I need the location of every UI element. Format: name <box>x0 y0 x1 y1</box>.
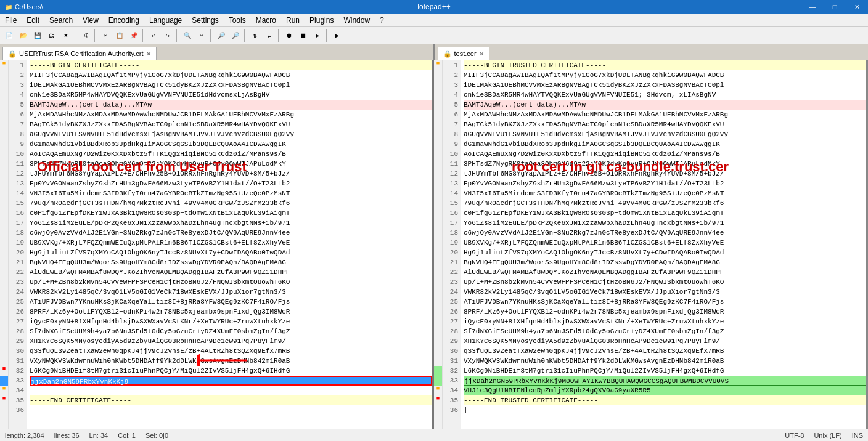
close-button-tb[interactable]: ✖ <box>59 29 73 42</box>
menu-encoding[interactable]: Encoding <box>104 14 144 26</box>
left-line-28: Sf7dNXGiFSeUHM9h4ya7b6NnJSFd5t0dCy5oGzuC… <box>30 326 432 336</box>
sync-scroll-button[interactable]: ⇅ <box>248 29 262 42</box>
right-line-23: Up/L+M+ZBn8b2kMVn54CVVeWFPFSPCeH1CjtHzoB… <box>464 277 866 287</box>
copy-button[interactable]: 📋 <box>113 29 126 42</box>
menu-settings[interactable]: Settings <box>187 14 223 26</box>
right-line-32: L6KCg9NiBHDEif8tM7gtri31cIiuPhnPQCjY/MiQ… <box>464 366 866 376</box>
right-line-8: aGUgVVNFVU1FSVNVUIE51dHdvcmsxLjAsBgNVBAM… <box>464 129 866 139</box>
paste-button[interactable]: 📌 <box>127 29 141 42</box>
left-line-5: BAMTJAqeW...(cert data)...MTAw <box>30 100 432 110</box>
left-line-26: 8PRF/iKz6y+OotlFYQXB12+odnKPi4w2r78NBc5x… <box>30 307 432 317</box>
right-line-5: BAMTJAqeW...(cert data)...MTAw <box>464 100 866 110</box>
tab-bar-area: 🔒 USERTrust RSA Certification Authority.… <box>0 44 868 60</box>
menu-language[interactable]: Language <box>144 14 187 26</box>
left-line-27: iQycE0xyNN+81XHfqnHd4blsjDwSXWXavVcStKNr… <box>30 317 432 326</box>
minimize-button[interactable]: — <box>801 0 824 14</box>
left-line-33: jjxDah2nGN59PRbxYvnKkKj9 <box>30 376 432 386</box>
wrap-button[interactable]: ↵ <box>263 29 276 42</box>
menu-tools[interactable]: Tools <box>224 14 251 26</box>
right-line-1: -----BEGIN TRUSTED CERTIFICATE----- <box>464 60 866 70</box>
toolbar-1: 📄 📂 💾 🗂 ✖ 🖨 ✂ 📋 📌 ↩ ↪ 🔍 ↔ 🔎 🔎 ⇅ ↵ ⏺ ⏹ ▶ … <box>0 27 868 44</box>
menu-macro[interactable]: Macro <box>251 14 281 26</box>
left-line-7: BAgTCk51dyBKZXJzZXkxFDASBgNVBAcTC0plcnN1… <box>30 119 432 129</box>
right-line-35: -----END TRUSTED CERTIFICATE----- <box>464 395 866 405</box>
save-all-button[interactable]: 🗂 <box>45 29 59 42</box>
left-line-8: aGUgVVNFVU1FSVNVUIE51dHdvcmsxLjAsBgNVBAM… <box>30 129 432 139</box>
tab-left-cert[interactable]: 🔒 USERTrust RSA Certification Authority.… <box>2 47 157 60</box>
cut-button[interactable]: ✂ <box>99 29 112 42</box>
menu-window[interactable]: Window <box>338 14 375 26</box>
left-line-29: XH1KYC6SQK5MNyosycdiyA5d9zZbyuAlQG03RoHn… <box>30 336 432 346</box>
tab-left-label: USERTrust RSA Certification Authority.cr… <box>19 50 144 57</box>
left-line-17: Yo61Zs81iM2EuLE/pDkP2QKe6xJM1XzzawWpXhaD… <box>30 218 432 228</box>
new-button[interactable]: 📄 <box>2 29 16 42</box>
left-line-numbers: 1234567 891011121314 15161718192021 2223… <box>9 60 27 429</box>
status-length: length: 2,384 <box>5 432 44 439</box>
status-line-ending: Unix (LF) <box>814 432 841 439</box>
menu-run[interactable]: Run <box>281 14 305 26</box>
find-button[interactable]: 🔍 <box>181 29 194 42</box>
right-line-10: AoICAQAEmUXNg7D2wiz0KxXDXbtz5fTTK1Qg2Hiq… <box>464 149 866 159</box>
menu-edit[interactable]: Edit <box>22 14 44 26</box>
right-line-26: 8PRF/iKz6y+OotlFYQXB12+odnKPi4w2r78NBc5x… <box>464 307 866 317</box>
left-code-lines[interactable]: -----BEGIN CERTIFICATE----- MIIF3jCCA8ag… <box>27 60 432 429</box>
tab-right-close[interactable]: ✕ <box>479 51 484 57</box>
left-line-14: VN3I5xI6Ta5MirdcmrS3ID3KfyI0rn47aGYBROcB… <box>30 188 432 198</box>
status-lines: lines: 36 <box>54 432 80 439</box>
right-line-7: BAgTCk51dyBKZXJzZXkxFDASBgNVBAcTC0plcnN1… <box>464 119 866 129</box>
menu-search[interactable]: Search <box>44 14 78 26</box>
run-button[interactable]: ▶ <box>330 29 344 42</box>
right-line-16: c0P1fg61ZrEpfDKEY1WJxA3Bk1QwGROs0303p+td… <box>464 208 866 218</box>
zoom-out-button[interactable]: 🔎 <box>229 29 242 42</box>
left-line-20: Hg9j1uliutZfVS7qXMYoCAQ1ObgOK6nyTJccBz8N… <box>30 248 432 257</box>
right-editor-pane[interactable]: ■ ■ ■ 12345 <box>434 60 868 429</box>
maximize-button[interactable]: □ <box>824 0 846 14</box>
menu-file[interactable]: File <box>0 14 22 26</box>
right-line-18: c6wjOy0AvzVVdAlJ2E1YGn+SNuZRkg7zJn0cTRe8… <box>464 228 866 238</box>
menu-bar: File Edit Search View Encoding Language … <box>0 14 868 27</box>
right-line-24: VWKR82kV2Ly1485qC/3vqO1LV5oGIG1VeCk718wX… <box>464 287 866 297</box>
right-line-30: qS3fuQL39ZeatTXaw2ewh0qpKJ4jjv9cJ2vhsE/z… <box>464 346 866 356</box>
right-line-3: iDELMAkGA1UEBhMCVVMxEzARBgNVBAgTCk51dyBK… <box>464 80 866 90</box>
left-line-9: dG1maWNhdG1vbiBBdXRob3JpdHkgIiMA0GCSqGSI… <box>30 139 432 149</box>
right-code-area: ■ ■ ■ 12345 <box>434 60 866 429</box>
left-line-6: MjAxMDAWHhcNMzAxMDAxMDAwMDAwWhcNMDUwJCB1… <box>30 110 432 119</box>
right-line-33: jjxDah2nGN59PRbxYvnKkKj9M0OwFAYIKwYBBQUH… <box>464 376 866 386</box>
right-code-lines[interactable]: -----BEGIN TRUSTED CERTIFICATE----- MIIF… <box>461 60 866 429</box>
left-line-12: tJHUYmTbf6MG8YgYapAiPLz+E/CHFhv25B+O1ORR… <box>30 169 432 179</box>
status-encoding: UTF-8 <box>785 432 804 439</box>
right-line-20: Hg9j1uliutZfVS7qXMYoCAQ1ObgOK6nyTJccBz8N… <box>464 248 866 257</box>
save-button[interactable]: 💾 <box>31 29 44 42</box>
left-line-10: AoICAQAEmUXNg7D2wiz0KxXDXbtz5fTTK1Qg2Hiq… <box>30 149 432 159</box>
right-markers: ■ ■ ■ <box>434 60 443 429</box>
print-button[interactable]: 🖨 <box>79 29 92 42</box>
menu-help[interactable]: ? <box>375 14 389 26</box>
zoom-in-button[interactable]: 🔎 <box>215 29 228 42</box>
undo-button[interactable]: ↩ <box>147 29 160 42</box>
replace-button[interactable]: ↔ <box>195 29 208 42</box>
open-button[interactable]: 📂 <box>17 29 30 42</box>
menu-view[interactable]: View <box>78 14 104 26</box>
right-line-21: BgNVHQ4EFgQUU3m/WqorSs9UgoHYm8Cd8rIDZssw… <box>464 257 866 267</box>
close-button[interactable]: ✕ <box>846 0 868 14</box>
tab-left-close[interactable]: ✕ <box>146 51 151 57</box>
right-line-13: Fp0YvVGONaanZshyZ9shZrHUm3gDwFA66Mzw3Lye… <box>464 179 866 188</box>
left-line-24: VWKR82kV2Ly1485qC/3vqO1LV5oGIG1VeCk718wX… <box>30 287 432 297</box>
macro-stop-button[interactable]: ⏹ <box>297 29 310 42</box>
right-line-31: VXyNWQKV3WKdwrnuWih0hKWbt5DHDAff9Yk2dDLW… <box>464 356 866 366</box>
right-line-34: VHJ1c3QgU1NBIENlcnRpZmljYXRpb24gQXV0aG9y… <box>464 386 866 395</box>
status-sel: Sel: 0|0 <box>145 432 168 439</box>
left-line-2: MIIF3jCCA8agAwIBAgIQAf1tMPyjy1GoG7xkDjUD… <box>30 70 432 80</box>
right-line-11: 3PHTsdZ7NygRK0faOca8Ohm0X6a9f22jYOK2dvKp… <box>464 159 866 169</box>
title-icon: 📁 <box>5 4 12 10</box>
left-line-36 <box>30 405 432 415</box>
tab-right-cert[interactable]: 🔒 test.cer ✕ <box>438 47 489 60</box>
lock-icon-right: 🔒 <box>443 50 452 58</box>
left-markers: ■ ■ ■ ■ <box>0 60 9 429</box>
left-code-area: ■ ■ ■ ■ 1234 <box>0 60 432 429</box>
left-editor-pane[interactable]: ■ ■ ■ ■ 1234 <box>0 60 434 429</box>
menu-plugins[interactable]: Plugins <box>305 14 338 26</box>
redo-button[interactable]: ↪ <box>161 29 174 42</box>
macro-play-button[interactable]: ▶ <box>311 29 324 42</box>
macro-record-button[interactable]: ⏺ <box>282 29 296 42</box>
